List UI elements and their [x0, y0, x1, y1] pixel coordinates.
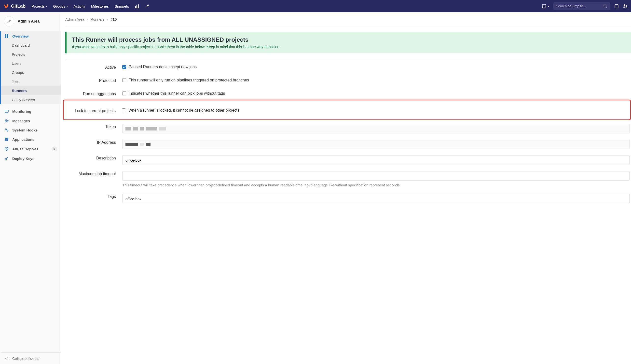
breadcrumb-current: #15 — [111, 17, 117, 21]
nav-groups[interactable]: Groups ▾ — [53, 4, 68, 8]
svg-rect-23 — [6, 140, 7, 141]
active-checkbox-line[interactable]: Paused Runners don't accept new jobs — [122, 65, 629, 69]
monitor-icon — [5, 109, 9, 114]
label-protected: Protected — [65, 76, 122, 83]
applications-icon — [5, 137, 9, 142]
sidebar-item-jobs[interactable]: Jobs — [1, 77, 61, 86]
sidebar-item-deploy-keys[interactable]: Deploy Keys — [1, 154, 61, 163]
notice-body: If you want Runners to build only specif… — [72, 45, 625, 49]
sidebar-item-dashboard[interactable]: Dashboard — [1, 41, 61, 50]
brand-logo[interactable]: GitLab — [4, 4, 26, 9]
form-row-timeout: Maximum job timeout This timeout will ta… — [65, 167, 631, 190]
overview-icon — [5, 34, 9, 38]
active-checkbox[interactable] — [122, 65, 126, 69]
sidebar-item-label: Deploy Keys — [12, 156, 34, 161]
svg-rect-9 — [5, 34, 7, 36]
active-help: Paused Runners don't accept new jobs — [129, 65, 197, 69]
sidebar-item-monitoring[interactable]: Monitoring — [1, 107, 61, 116]
collapse-sidebar-button[interactable]: Collapse sidebar — [1, 352, 61, 364]
sidebar-context-header[interactable]: Admin Area — [1, 12, 61, 32]
sidebar-item-abuse-reports[interactable]: Abuse Reports 0 — [1, 144, 61, 154]
lock-checkbox-line[interactable]: When a runner is locked, it cannot be as… — [122, 108, 627, 112]
search-input[interactable] — [556, 4, 601, 8]
sidebar-item-gitaly-servers[interactable]: Gitaly Servers — [1, 95, 61, 104]
nav-admin-wrench-icon[interactable] — [145, 4, 150, 8]
untagged-checkbox[interactable] — [122, 92, 126, 96]
sidebar-item-messages[interactable]: Messages — [1, 116, 61, 125]
svg-rect-17 — [6, 138, 7, 138]
global-search[interactable] — [553, 2, 610, 10]
sidebar-item-label: System Hooks — [12, 128, 38, 132]
collapse-icon — [5, 356, 9, 360]
svg-rect-13 — [5, 110, 8, 112]
token-field-redacted — [122, 124, 629, 134]
search-icon — [603, 4, 607, 8]
breadcrumb-admin[interactable]: Admin Area — [65, 17, 85, 21]
form-row-token: Token — [65, 120, 631, 136]
svg-rect-16 — [5, 138, 6, 138]
runner-form: Active Paused Runners don't accept new j… — [65, 60, 631, 206]
lock-checkbox[interactable] — [122, 108, 126, 112]
svg-rect-20 — [6, 139, 7, 140]
chevron-down-icon: ▾ — [67, 5, 68, 8]
label-ip: IP Address — [65, 138, 122, 145]
description-input[interactable] — [122, 156, 629, 165]
notice-title: This Runner will process jobs from ALL U… — [72, 36, 625, 43]
wrench-icon — [145, 4, 150, 8]
abuse-count-badge: 0 — [52, 146, 57, 151]
key-icon — [5, 156, 9, 161]
untagged-checkbox-line[interactable]: Indicates whether this runner can pick j… — [122, 91, 629, 96]
brand-name: GitLab — [11, 4, 26, 9]
nav-milestones[interactable]: Milestones — [91, 4, 109, 8]
admin-avatar — [4, 16, 14, 26]
svg-rect-0 — [135, 6, 136, 8]
label-untagged: Run untagged jobs — [65, 90, 122, 96]
svg-point-15 — [7, 130, 8, 132]
svg-rect-19 — [5, 139, 6, 140]
sidebar-overview-group: Overview Dashboard Projects Users Groups… — [0, 32, 61, 104]
runner-scope-notice: This Runner will process jobs from ALL U… — [65, 32, 631, 53]
sidebar-item-projects[interactable]: Projects — [1, 50, 61, 59]
sidebar-item-users[interactable]: Users — [1, 59, 61, 68]
sidebar-overview[interactable]: Overview — [1, 32, 61, 41]
top-nav: GitLab Projects ▾ Groups ▾ Activity Mile… — [0, 0, 631, 12]
chevron-down-icon: ▾ — [46, 5, 47, 8]
protected-checkbox-line[interactable]: This runner will only run on pipelines t… — [122, 78, 629, 82]
nav-create-dropdown[interactable]: ▾ — [542, 4, 549, 8]
chevron-down-icon: ▾ — [548, 5, 549, 8]
label-tags: Tags — [65, 192, 122, 199]
label-active: Active — [65, 63, 122, 70]
breadcrumb-runners[interactable]: Runners — [91, 17, 105, 21]
nav-metrics-icon[interactable] — [135, 4, 139, 8]
breadcrumb-separator: › — [107, 17, 108, 21]
form-row-description: Description — [65, 152, 631, 167]
timeout-help: This timeout will take precedence when l… — [122, 182, 629, 188]
label-token: Token — [65, 123, 122, 129]
sidebar-item-label: Applications — [12, 137, 34, 142]
svg-rect-10 — [7, 34, 8, 36]
lock-help: When a runner is locked, it cannot be as… — [128, 108, 239, 112]
sidebar-item-system-hooks[interactable]: System Hooks — [1, 125, 61, 135]
svg-point-14 — [6, 129, 7, 130]
timeout-input[interactable] — [122, 171, 629, 180]
sidebar-item-groups[interactable]: Groups — [1, 68, 61, 77]
main-content: Admin Area › Runners › #15 This Runner w… — [61, 12, 631, 364]
merge-requests-icon[interactable] — [623, 4, 627, 8]
broadcast-icon — [5, 118, 9, 123]
nav-activity[interactable]: Activity — [74, 4, 86, 8]
nav-projects-label: Projects — [32, 4, 45, 8]
tags-input[interactable] — [122, 194, 629, 203]
untagged-help: Indicates whether this runner can pick j… — [129, 91, 225, 96]
ip-field-redacted — [122, 140, 629, 149]
protected-checkbox[interactable] — [122, 78, 126, 82]
protected-help: This runner will only run on pipelines t… — [129, 78, 249, 82]
sidebar-item-runners[interactable]: Runners — [1, 86, 61, 95]
svg-point-8 — [626, 6, 627, 8]
svg-rect-22 — [5, 140, 6, 141]
label-timeout: Maximum job timeout — [65, 170, 122, 176]
nav-snippets[interactable]: Snippets — [115, 4, 129, 8]
svg-rect-24 — [7, 140, 8, 141]
sidebar-item-applications[interactable]: Applications — [1, 135, 61, 144]
issues-icon[interactable] — [614, 4, 619, 8]
nav-projects[interactable]: Projects ▾ — [32, 4, 47, 8]
